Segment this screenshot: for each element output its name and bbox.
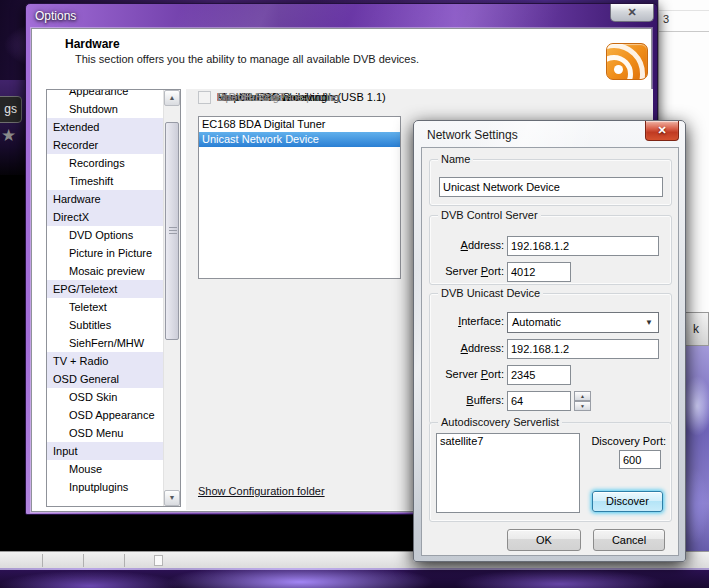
server-list-item[interactable]: satellite7 bbox=[437, 434, 579, 449]
address-label: Address: bbox=[436, 239, 504, 251]
desktop-wallpaper-bottom bbox=[0, 568, 709, 588]
statusbar-widget bbox=[154, 555, 163, 566]
sidebar-item[interactable]: OSD Appearance bbox=[47, 406, 163, 424]
discovery-port-label: Discovery Port: bbox=[584, 435, 666, 447]
star-icon: ★ bbox=[1, 127, 16, 144]
checkbox[interactable] bbox=[198, 91, 211, 104]
sidebar-scrollbar[interactable]: ▲ ▼ bbox=[163, 90, 180, 506]
device-list-item[interactable]: EC168 BDA Digital Tuner bbox=[199, 117, 400, 132]
address-label: Address: bbox=[436, 342, 504, 354]
device-list: EC168 BDA Digital Tuner Unicast Network … bbox=[198, 116, 401, 279]
name-group: Name bbox=[429, 159, 672, 206]
checkbox-label: Direct tuning bbox=[217, 91, 279, 103]
options-titlebar[interactable]: Options bbox=[35, 9, 76, 23]
sidebar-item[interactable]: Hardware bbox=[47, 190, 163, 208]
background-text: k bbox=[693, 322, 699, 336]
sidebar-item[interactable]: TV + Radio bbox=[47, 352, 163, 370]
sidebar-item[interactable]: OSD Menu bbox=[47, 424, 163, 442]
page-description: This section offers you the ability to m… bbox=[75, 53, 419, 65]
scrollbar-thumb[interactable] bbox=[165, 122, 179, 340]
unicast-address-input[interactable] bbox=[507, 339, 659, 359]
dropdown-value: Automatic bbox=[512, 316, 561, 328]
interface-label: Interface: bbox=[436, 315, 504, 327]
close-button[interactable]: ✕ bbox=[610, 4, 654, 22]
dialog-content: Name DVB Control Server Address: Server … bbox=[421, 147, 679, 556]
sidebar-item[interactable]: Mouse bbox=[47, 460, 163, 478]
sidebar-item[interactable]: OSD Skin bbox=[47, 388, 163, 406]
divider bbox=[124, 554, 125, 567]
settings-tree: Appearance Shutdown Extended Recorder Re… bbox=[46, 89, 181, 507]
unicast-port-input[interactable] bbox=[507, 365, 571, 385]
autodiscovery-group: Autodiscovery Serverlist satellite7 Disc… bbox=[429, 422, 672, 522]
discovery-port-input[interactable] bbox=[619, 450, 661, 469]
buffers-input[interactable] bbox=[507, 391, 571, 411]
divider bbox=[83, 554, 84, 567]
ok-button[interactable]: OK bbox=[507, 529, 581, 551]
control-server-address-input[interactable] bbox=[507, 236, 659, 256]
unicast-device-group: DVB Unicast Device Interface: Automatic … bbox=[429, 293, 672, 424]
divider bbox=[42, 554, 43, 567]
discover-button[interactable]: Discover bbox=[592, 491, 663, 512]
spin-down-button[interactable]: ▼ bbox=[574, 401, 591, 411]
sidebar-item[interactable]: OSD General bbox=[47, 370, 163, 388]
scrollbar-grip bbox=[169, 227, 177, 234]
group-title: Autodiscovery Serverlist bbox=[438, 416, 562, 428]
server-port-label: Server Port: bbox=[436, 265, 504, 277]
background-button-fragment: k bbox=[685, 312, 709, 346]
sidebar-item[interactable]: SiehFern/MHW bbox=[47, 334, 163, 352]
sidebar-item[interactable]: Subtitles bbox=[47, 316, 163, 334]
control-server-port-input[interactable] bbox=[507, 262, 571, 282]
sidebar-item[interactable]: Mosaic preview bbox=[47, 262, 163, 280]
sidebar-item[interactable]: EPG/Teletext bbox=[47, 280, 163, 298]
scroll-down-icon: ▼ bbox=[165, 491, 179, 505]
sidebar-item[interactable]: Appearance bbox=[47, 89, 163, 100]
divider bbox=[659, 31, 709, 32]
sidebar-item[interactable]: Timeshift bbox=[47, 172, 163, 190]
sidebar-item[interactable]: Input bbox=[47, 442, 163, 460]
group-title: DVB Unicast Device bbox=[438, 287, 543, 299]
page-title: Hardware bbox=[65, 37, 120, 51]
sidebar-item[interactable]: Teletext bbox=[47, 298, 163, 316]
sidebar-item[interactable]: Inputplugins bbox=[47, 478, 163, 496]
group-title: Name bbox=[438, 153, 473, 165]
divider bbox=[659, 10, 709, 11]
spin-up-icon: ▲ bbox=[580, 393, 585, 399]
close-icon: ✕ bbox=[627, 6, 636, 18]
close-button[interactable]: ✕ bbox=[645, 121, 679, 141]
device-name-input[interactable] bbox=[439, 177, 663, 197]
dialog-titlebar[interactable]: Network Settings bbox=[427, 128, 518, 142]
sidebar-item[interactable]: DirectX bbox=[47, 208, 163, 226]
server-list: satellite7 bbox=[436, 433, 580, 513]
sidebar-item[interactable]: Recorder bbox=[47, 136, 163, 154]
interface-dropdown[interactable]: Automatic ▼ bbox=[507, 312, 659, 333]
sidebar-item[interactable]: Extended bbox=[47, 118, 163, 136]
background-tab-fragment: gs bbox=[0, 96, 22, 123]
screen: gs ★ 3 k Options ✕ Hardware This section… bbox=[0, 0, 709, 588]
buffers-stepper: ▲ ▼ bbox=[574, 391, 591, 411]
show-configuration-folder-link[interactable]: Show Configuration folder bbox=[198, 485, 325, 497]
close-icon: ✕ bbox=[657, 124, 666, 136]
buffers-label: Buffers: bbox=[436, 394, 504, 406]
checkbox-row[interactable]: Direct tuning bbox=[198, 89, 279, 105]
scroll-down-button[interactable]: ▼ bbox=[164, 490, 180, 506]
sidebar-item[interactable]: Recordings bbox=[47, 154, 163, 172]
sidebar-item[interactable]: Picture in Picture bbox=[47, 244, 163, 262]
spin-up-button[interactable]: ▲ bbox=[574, 391, 591, 401]
scroll-up-icon: ▲ bbox=[165, 91, 179, 105]
sidebar-item[interactable]: Shutdown bbox=[47, 100, 163, 118]
dvbviewer-logo-icon bbox=[606, 43, 648, 80]
chevron-down-icon: ▼ bbox=[645, 318, 653, 327]
control-server-group: DVB Control Server Address: Server Port: bbox=[429, 215, 672, 285]
network-settings-dialog: Network Settings ✕ Name DVB Control Serv… bbox=[413, 120, 686, 562]
device-list-item[interactable]: Unicast Network Device bbox=[199, 132, 400, 147]
sidebar-item[interactable]: DVD Options bbox=[47, 226, 163, 244]
cancel-button[interactable]: Cancel bbox=[593, 529, 665, 551]
group-title: DVB Control Server bbox=[438, 209, 541, 221]
spin-down-icon: ▼ bbox=[580, 403, 585, 409]
scroll-up-button[interactable]: ▲ bbox=[164, 90, 180, 106]
server-port-label: Server Port: bbox=[436, 368, 504, 380]
background-number: 3 bbox=[663, 13, 669, 25]
